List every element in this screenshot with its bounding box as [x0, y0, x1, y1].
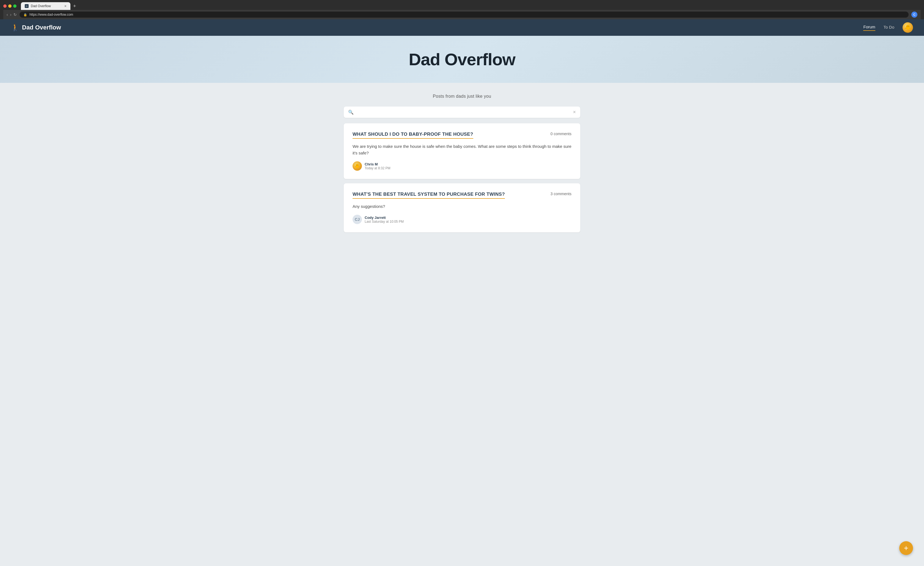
nav-forum-link[interactable]: Forum: [863, 24, 875, 31]
post-title[interactable]: WHAT SHOULD I DO TO BABY-PROOF THE HOUSE…: [352, 132, 473, 139]
nav-links: Forum To Do 🐥: [863, 22, 913, 33]
window-controls: [3, 5, 16, 8]
tab-close-button[interactable]: ×: [64, 4, 66, 8]
subtitle: Posts from dads just like you: [344, 94, 580, 99]
author-avatar: CJ: [352, 215, 362, 224]
author-avatar: 🐥: [352, 161, 362, 171]
post-header: WHAT'S THE BEST TRAVEL SYSTEM TO PURCHAS…: [352, 191, 572, 199]
main-content: Posts from dads just like you 🔍 × WHAT S…: [338, 83, 586, 248]
author-name: Chris M: [364, 162, 390, 166]
post-body: We are trying to make sure the house is …: [352, 143, 572, 157]
close-window-button[interactable]: [3, 5, 7, 8]
tab-favicon: D: [25, 4, 28, 8]
secure-icon: 🔒: [23, 13, 27, 17]
author-name: Cody Jarrett: [364, 215, 404, 220]
forward-button[interactable]: ›: [10, 12, 12, 17]
address-bar-container: ‹ › ↻ 🔒 https://www.dad-overflow.com C: [3, 10, 921, 19]
nav-buttons: ‹ › ↻: [7, 12, 17, 17]
logo-text: Dad Overflow: [22, 24, 61, 31]
logo-icon: 🚶: [11, 24, 19, 32]
post-body: Any suggestions?: [352, 203, 572, 210]
site-navbar: 🚶 Dad Overflow Forum To Do 🐥: [0, 19, 924, 36]
hero-title: Dad Overflow: [6, 50, 918, 69]
post-time: Last Saturday at 10:05 PM: [364, 220, 404, 224]
post-header: WHAT SHOULD I DO TO BABY-PROOF THE HOUSE…: [352, 132, 572, 139]
search-bar[interactable]: 🔍 ×: [344, 107, 580, 118]
search-icon: 🔍: [348, 110, 354, 115]
post-title[interactable]: WHAT'S THE BEST TRAVEL SYSTEM TO PURCHAS…: [352, 191, 505, 199]
search-clear-button[interactable]: ×: [573, 109, 576, 115]
minimize-window-button[interactable]: [8, 5, 12, 8]
post-card: WHAT'S THE BEST TRAVEL SYSTEM TO PURCHAS…: [344, 183, 580, 232]
browser-profile-button[interactable]: C: [911, 12, 917, 18]
site-hero: Dad Overflow: [0, 36, 924, 83]
tab-title: Dad Overflow: [31, 4, 51, 8]
post-comments-count: 3 comments: [550, 191, 572, 196]
browser-tabs: D Dad Overflow × +: [3, 2, 921, 10]
browser-chrome: D Dad Overflow × + ‹ › ↻ 🔒 https://www.d…: [0, 0, 924, 19]
user-avatar[interactable]: 🐥: [903, 22, 913, 33]
site-logo[interactable]: 🚶 Dad Overflow: [11, 24, 61, 32]
maximize-window-button[interactable]: [13, 5, 16, 8]
url-text: https://www.dad-overflow.com: [29, 13, 73, 17]
post-author: 🐥 Chris M Today at 8:32 PM: [352, 161, 572, 171]
new-post-fab[interactable]: +: [899, 541, 913, 555]
post-time: Today at 8:32 PM: [364, 166, 390, 170]
browser-tab[interactable]: D Dad Overflow ×: [21, 2, 70, 10]
post-comments-count: 0 comments: [550, 132, 572, 136]
search-input[interactable]: [357, 110, 570, 114]
refresh-button[interactable]: ↻: [14, 12, 17, 17]
post-card: WHAT SHOULD I DO TO BABY-PROOF THE HOUSE…: [344, 123, 580, 179]
author-info: Chris M Today at 8:32 PM: [364, 162, 390, 170]
author-info: Cody Jarrett Last Saturday at 10:05 PM: [364, 215, 404, 224]
back-button[interactable]: ‹: [7, 12, 8, 17]
nav-todo-link[interactable]: To Do: [884, 25, 894, 30]
post-author: CJ Cody Jarrett Last Saturday at 10:05 P…: [352, 215, 572, 224]
browser-actions: C: [911, 12, 917, 18]
new-tab-button[interactable]: +: [73, 3, 76, 9]
address-bar[interactable]: 🔒 https://www.dad-overflow.com: [20, 12, 909, 18]
